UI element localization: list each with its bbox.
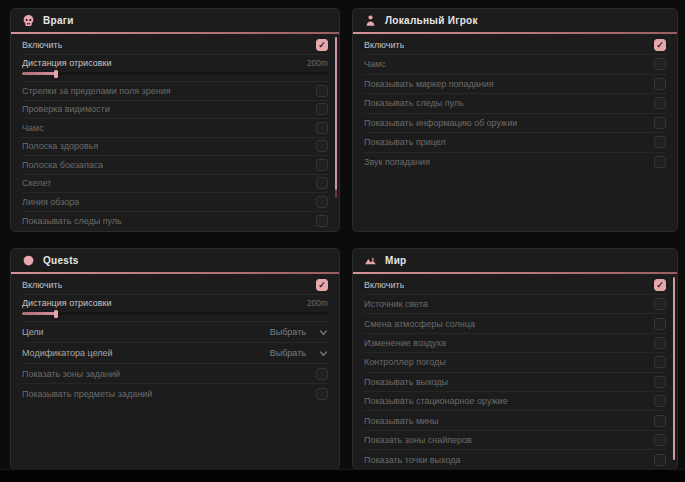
setting-row: Включить✓	[22, 36, 328, 55]
checkbox[interactable]: ✓	[654, 279, 666, 291]
setting-row: Полоска боезапаса	[22, 156, 328, 175]
setting-label: Проверка видимости	[22, 104, 110, 114]
setting-row: Включить✓	[364, 36, 666, 55]
checkbox[interactable]	[316, 388, 328, 400]
panel-quests-header: Quests	[11, 249, 339, 272]
setting-row: Включить✓	[364, 276, 666, 295]
setting-row: Показывать стационарное оружие	[364, 392, 666, 411]
setting-label: Полоска здоровья	[22, 141, 98, 151]
checkbox[interactable]	[654, 58, 666, 70]
checkbox[interactable]	[316, 196, 328, 208]
checkbox[interactable]	[654, 156, 666, 168]
slider-value: 200m	[307, 298, 328, 308]
scrollbar-track	[335, 190, 337, 198]
setting-row: Изменение воздуха	[364, 334, 666, 353]
checkbox[interactable]	[316, 368, 328, 380]
setting-label: Контроллер погоды	[364, 357, 446, 367]
bottom-strip	[0, 469, 685, 482]
setting-label: Цели	[22, 327, 44, 337]
checkbox[interactable]	[654, 337, 666, 349]
skull-icon	[22, 14, 35, 27]
setting-row: Стрелки за пределами поля зрения	[22, 82, 328, 101]
setting-row: Источник света	[364, 295, 666, 314]
checkbox[interactable]	[316, 103, 328, 115]
chevron-down-icon	[319, 349, 328, 358]
panel-title: Мир	[385, 255, 407, 266]
checkbox[interactable]	[654, 454, 666, 466]
checkbox[interactable]	[316, 122, 328, 134]
setting-row: Показывать следы пуль	[364, 94, 666, 114]
setting-row: Линия обзора	[22, 193, 328, 212]
slider-thumb[interactable]	[54, 70, 58, 78]
setting-row: Показать зоны заданий	[22, 364, 328, 384]
setting-label: Показывать выходы	[364, 377, 448, 387]
slider-fill	[22, 72, 56, 75]
dropdown[interactable]: Выбрать	[270, 327, 328, 337]
checkbox[interactable]	[654, 298, 666, 310]
checkbox[interactable]	[316, 85, 328, 97]
circle-icon	[22, 254, 35, 267]
setting-row: Смена атмосферы солнца	[364, 314, 666, 333]
dropdown[interactable]: Выбрать	[270, 348, 328, 358]
setting-row: Чамс	[364, 55, 666, 75]
setting-label: Источник света	[364, 299, 428, 309]
setting-row: Показывать маркер попадания	[364, 75, 666, 95]
setting-row: Звук попадания	[364, 153, 666, 173]
setting-label: Модификатора целей	[22, 348, 113, 358]
checkbox[interactable]: ✓	[654, 39, 666, 51]
setting-label: Показывать прицел	[364, 137, 446, 147]
checkbox[interactable]: ✓	[316, 279, 328, 291]
setting-label: Полоска боезапаса	[22, 160, 103, 170]
setting-label: Показывать предметы заданий	[22, 389, 152, 399]
panel-enemies-header: Враги	[11, 9, 339, 32]
slider[interactable]	[22, 72, 328, 75]
setting-row: Чамс	[22, 119, 328, 138]
checkbox[interactable]	[654, 97, 666, 109]
setting-label: Включить	[364, 40, 404, 50]
setting-label: Скелет	[22, 178, 51, 188]
setting-label: Включить	[22, 280, 62, 290]
setting-row: Скелет	[22, 175, 328, 194]
setting-row: Проверка видимости	[22, 101, 328, 120]
slider[interactable]	[22, 312, 328, 315]
setting-label: Показывать следы пуль	[22, 216, 122, 226]
setting-label: Изменение воздуха	[364, 338, 446, 348]
checkbox[interactable]	[316, 215, 328, 227]
checkbox[interactable]: ✓	[316, 39, 328, 51]
scrollbar[interactable]	[673, 277, 675, 460]
setting-label: Показывать мины	[364, 416, 439, 426]
checkbox[interactable]	[654, 434, 666, 446]
setting-row: ЦелиВыбрать	[22, 322, 328, 343]
setting-label: Показывать информацию об оружии	[364, 118, 517, 128]
checkbox[interactable]	[316, 177, 328, 189]
checkbox[interactable]	[654, 376, 666, 388]
checkbox[interactable]	[654, 395, 666, 407]
checkbox[interactable]	[316, 140, 328, 152]
checkbox[interactable]	[654, 318, 666, 330]
panel-world-header: Мир	[353, 249, 677, 272]
setting-label: Звук попадания	[364, 157, 430, 167]
setting-row: Дистанция отрисовки200m	[22, 295, 328, 322]
panel-local-player: Локальный Игрок Включить✓ЧамсПоказывать …	[352, 8, 678, 232]
setting-row: Показать точки выхода	[364, 450, 666, 469]
setting-row: Контроллер погоды	[364, 353, 666, 372]
setting-label: Показать зоны снайперов	[364, 435, 472, 445]
slider-fill	[22, 312, 56, 315]
checkbox[interactable]	[654, 117, 666, 129]
setting-label: Показывать следы пуль	[364, 98, 464, 108]
slider-thumb[interactable]	[54, 310, 58, 318]
panel-enemies: Враги Включить✓Дистанция отрисовки200mСт…	[10, 8, 340, 232]
setting-row: Показывать выходы	[364, 373, 666, 392]
checkbox[interactable]	[654, 136, 666, 148]
checkbox[interactable]	[654, 356, 666, 368]
checkbox[interactable]	[654, 78, 666, 90]
panel-title: Локальный Игрок	[385, 15, 478, 26]
mountains-icon	[364, 254, 377, 267]
checkbox[interactable]	[654, 415, 666, 427]
setting-label: Дистанция отрисовки	[22, 58, 112, 68]
scrollbar[interactable]	[335, 37, 337, 190]
setting-label: Включить	[364, 280, 404, 290]
checkbox[interactable]	[316, 159, 328, 171]
setting-row: Модификатора целейВыбрать	[22, 343, 328, 364]
panel-quests: Quests Включить✓Дистанция отрисовки200mЦ…	[10, 248, 340, 470]
